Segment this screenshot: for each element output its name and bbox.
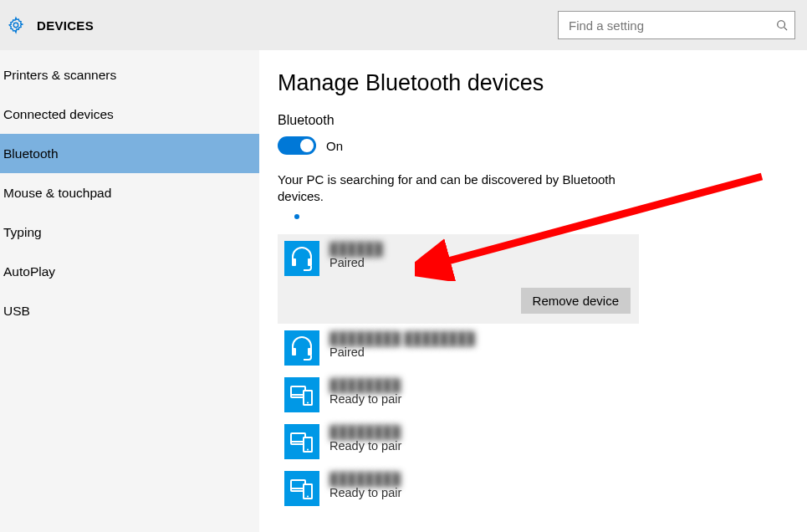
- bluetooth-toggle-state: On: [326, 139, 343, 153]
- device-item[interactable]: ██████ Paired: [278, 234, 639, 276]
- headset-icon: [284, 330, 319, 366]
- bluetooth-device-list: ██████ Paired Remove device: [278, 234, 639, 511]
- sidebar-item-label: Mouse & touchpad: [3, 186, 111, 201]
- page-category-title: DEVICES: [37, 18, 94, 33]
- searching-spinner-icon: [294, 214, 299, 219]
- gear-icon: [7, 16, 25, 34]
- header: DEVICES: [0, 0, 807, 50]
- device-item[interactable]: ████████ ████████ Paired: [278, 324, 639, 371]
- remove-device-button[interactable]: Remove device: [521, 288, 631, 314]
- sidebar-item-label: Bluetooth: [3, 146, 59, 161]
- sidebar-item-label: Connected devices: [3, 107, 114, 122]
- device-status: Ready to pair: [329, 486, 401, 499]
- device-status: Paired: [329, 256, 383, 269]
- search-icon: [776, 19, 788, 31]
- device-status: Ready to pair: [329, 392, 401, 406]
- device-item[interactable]: ████████ Ready to pair: [278, 371, 639, 417]
- svg-line-2: [784, 28, 788, 31]
- svg-point-0: [13, 23, 18, 28]
- sidebar-item-label: AutoPlay: [3, 264, 55, 279]
- svg-point-16: [307, 448, 309, 450]
- sidebar-item-bluetooth[interactable]: Bluetooth: [0, 134, 259, 173]
- sidebar-item-label: Printers & scanners: [3, 68, 116, 83]
- sidebar-item-label: Typing: [3, 225, 42, 240]
- sidebar: Printers & scanners Connected devices Bl…: [0, 50, 259, 532]
- sidebar-item-label: USB: [3, 304, 30, 319]
- svg-rect-4: [308, 258, 312, 266]
- svg-rect-5: [292, 348, 296, 356]
- bluetooth-status-text: Your PC is searching for and can be disc…: [278, 171, 637, 206]
- device-name: ████████: [329, 379, 401, 393]
- headset-icon: [284, 241, 319, 276]
- svg-rect-3: [292, 258, 296, 266]
- svg-point-1: [778, 21, 785, 28]
- device-item-actions: Remove device: [278, 276, 639, 324]
- device-name: ██████: [329, 243, 383, 257]
- phone-pc-icon: [284, 377, 319, 412]
- phone-pc-icon: [284, 424, 319, 459]
- device-status: Paired: [329, 345, 475, 359]
- bluetooth-toggle[interactable]: [278, 136, 316, 155]
- svg-point-11: [307, 402, 309, 403]
- sidebar-item-printers-scanners[interactable]: Printers & scanners: [0, 55, 259, 95]
- device-name: ████████ ████████: [329, 332, 475, 346]
- device-item[interactable]: ████████ Ready to pair: [278, 464, 639, 511]
- device-status: Ready to pair: [329, 439, 401, 453]
- device-item[interactable]: ████████ Ready to pair: [278, 417, 639, 464]
- sidebar-item-autoplay[interactable]: AutoPlay: [0, 252, 259, 291]
- svg-point-21: [307, 495, 309, 497]
- sidebar-item-connected-devices[interactable]: Connected devices: [0, 95, 259, 134]
- main-content: Manage Bluetooth devices Bluetooth On Yo…: [259, 50, 807, 532]
- search-box[interactable]: [558, 11, 795, 39]
- bluetooth-label: Bluetooth: [278, 113, 807, 128]
- svg-rect-6: [308, 348, 312, 356]
- phone-pc-icon: [284, 471, 319, 506]
- sidebar-item-usb[interactable]: USB: [0, 291, 259, 330]
- sidebar-item-mouse-touchpad[interactable]: Mouse & touchpad: [0, 173, 259, 212]
- device-name: ████████: [329, 473, 401, 487]
- search-input[interactable]: [567, 18, 776, 33]
- sidebar-item-typing[interactable]: Typing: [0, 212, 259, 252]
- page-title: Manage Bluetooth devices: [278, 70, 807, 96]
- device-name: ████████: [329, 426, 401, 440]
